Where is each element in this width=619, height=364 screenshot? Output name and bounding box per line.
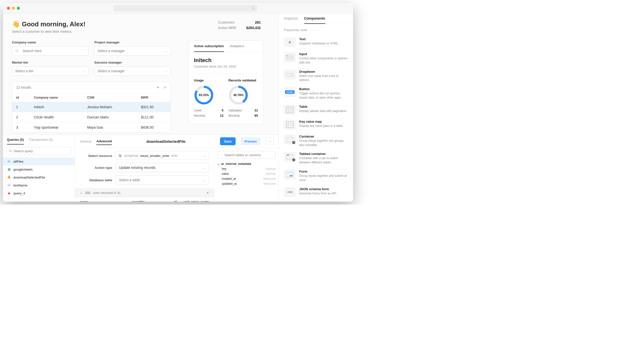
- tab-analytics[interactable]: Analytics: [230, 41, 244, 52]
- minimize-button[interactable]: [12, 7, 15, 10]
- query-item[interactable]: ▦googlesheets: [3, 165, 75, 173]
- firebase-icon: 🔥: [7, 175, 11, 179]
- query-item[interactable]: ⛁testName: [3, 181, 75, 189]
- records-donut: 40.78%: [228, 85, 248, 105]
- query-item[interactable]: ◆query_4: [3, 189, 75, 197]
- th-mrr[interactable]: MRR: [137, 93, 171, 102]
- schema-column[interactable]: keyvarchar: [217, 166, 276, 171]
- schema-column[interactable]: valuevarchar: [217, 171, 276, 176]
- check-icon: ✓: [80, 191, 83, 195]
- tab-transformers[interactable]: Transformers (5): [29, 138, 53, 145]
- component-tabbed-container[interactable]: +Tabbed containerContainer with a tab to…: [284, 149, 348, 167]
- action-select[interactable]: Update existing records⌄: [116, 163, 209, 172]
- greeting: 👋Good morning, Alex! Select a customer t…: [12, 20, 85, 34]
- sm-select[interactable]: Select a manager⌄: [94, 66, 171, 76]
- sm-label: Success manager: [94, 61, 171, 64]
- col-id: id: [145, 200, 177, 202]
- table-icon: [284, 105, 296, 115]
- search-icon: [252, 6, 255, 10]
- component-kv-map[interactable]: Key value mapDisplay key value pairs in …: [284, 117, 348, 132]
- query-search-input[interactable]: [6, 147, 71, 155]
- schema-table[interactable]: ⌄ar_internal_metadata: [217, 161, 276, 166]
- detail-card: Active subscription Analytics Initech Cu…: [189, 40, 263, 124]
- customer-name: Initech: [194, 57, 258, 64]
- mrr-label: Active MRR: [218, 26, 236, 30]
- chevron-down-icon: ⌄: [165, 49, 168, 53]
- tab-active-subscription[interactable]: Active subscription: [194, 41, 224, 52]
- button-icon: Action: [284, 87, 296, 97]
- table-row[interactable]: 3Yogi sportswearMaya Gao$438.50: [12, 122, 171, 133]
- pm-select[interactable]: Select a manager⌄: [94, 46, 171, 56]
- maximize-button[interactable]: [17, 7, 20, 10]
- close-button[interactable]: [7, 7, 10, 10]
- tab-advanced[interactable]: Advanced: [96, 138, 112, 145]
- section-label: Frequently used: [284, 28, 348, 32]
- component-button[interactable]: ActionButtonTrigger actions like run que…: [284, 85, 348, 102]
- more-button[interactable]: ⋯: [266, 137, 274, 145]
- dropdown-icon: ⌄: [284, 70, 296, 80]
- th-company[interactable]: Company name: [30, 93, 83, 102]
- component-text[interactable]: ATextSupports markdown or HTML.: [284, 35, 348, 50]
- query-sidebar: Queries (5) Transformers (5) ⛁allFiles ▦…: [3, 135, 75, 202]
- component-json-form[interactable]: JSONJSON schema formGenerate forms from …: [284, 185, 348, 200]
- tier-label: Market tier: [12, 61, 88, 64]
- preview-button[interactable]: Preview: [241, 137, 261, 145]
- query-title: downloadSelectedFile: [117, 139, 215, 144]
- usage-title: Usage: [194, 78, 223, 82]
- th-csm[interactable]: CSM: [83, 93, 137, 102]
- col-unit-price: unit_price_cents: [177, 200, 209, 202]
- resource-label: Select resource: [80, 154, 112, 158]
- sheets-icon: ▦: [7, 167, 11, 171]
- dbtable-select[interactable]: Select a table⌄: [116, 175, 209, 185]
- query-item[interactable]: ⛁allFiles: [3, 157, 75, 165]
- results-count: 12 results: [16, 85, 31, 89]
- schema-column[interactable]: created_attimezone: [217, 176, 276, 181]
- schema-search-input[interactable]: [217, 151, 276, 159]
- schema-column[interactable]: updated_attimezone: [217, 181, 276, 186]
- customers-label: Customers: [218, 20, 235, 24]
- filter-icon[interactable]: ▼: [156, 85, 160, 89]
- customers-value: 281: [255, 20, 261, 24]
- wave-icon: 👋: [12, 20, 20, 28]
- text-icon: A: [284, 37, 296, 47]
- table-row[interactable]: 1InitechJessica Mohaim$321.50: [12, 102, 171, 112]
- tab-inspector[interactable]: Inspector: [284, 16, 298, 24]
- input-icon: I: [284, 52, 296, 62]
- json-icon: JSON: [284, 187, 296, 197]
- save-button[interactable]: Save: [220, 137, 235, 145]
- url-bar[interactable]: [113, 5, 257, 11]
- th-id[interactable]: id: [12, 93, 30, 102]
- company-search-input[interactable]: Search here: [12, 46, 88, 56]
- table-row[interactable]: 2Circle HealthDuncan Idaho$111.00: [12, 112, 171, 122]
- component-form[interactable]: FormGroup inputs together and submit at …: [284, 167, 348, 185]
- col-name: name: [80, 200, 112, 202]
- tab-queries[interactable]: Queries (5): [7, 138, 24, 145]
- usage-donut: 83.33%: [194, 85, 214, 105]
- pm-label: Project manager: [94, 40, 171, 44]
- search-icon: [15, 49, 19, 53]
- component-container[interactable]: +ContainerGroup things together into gro…: [284, 132, 348, 150]
- query-item[interactable]: 🔥downloadSelectedFile: [3, 173, 75, 181]
- close-icon[interactable]: ✕: [206, 191, 209, 195]
- chevron-down-icon: ⌄: [204, 154, 206, 158]
- customer-table: 12 results ▼ ⟳ id Company nam: [12, 82, 171, 133]
- refresh-icon[interactable]: ⟳: [164, 85, 167, 89]
- component-dropdown[interactable]: ⌄DropdownSelect one value from a list of…: [284, 67, 348, 85]
- component-input[interactable]: IInputControl other components or querie…: [284, 50, 348, 67]
- mrr-value: $284,432: [246, 26, 261, 30]
- tab-general[interactable]: General: [80, 138, 91, 145]
- kv-icon: [284, 120, 296, 130]
- component-table[interactable]: TableDisplay tabular data with paginatio…: [284, 102, 348, 117]
- chevron-down-icon: ⌄: [217, 162, 220, 166]
- resource-select[interactable]: 🐘 postgresql retool_emailer_write write …: [116, 151, 209, 160]
- col-quantity: quantity: [112, 200, 145, 202]
- right-panel: Inspector Components Frequently used ATe…: [279, 13, 353, 202]
- tabbed-container-icon: +: [284, 152, 296, 162]
- dbtable-label: Database table: [80, 178, 112, 182]
- query-result-toast: ✓ 231 rows returned in 3s ✕: [75, 188, 214, 197]
- database-icon: ⛁: [7, 183, 11, 187]
- tier-select[interactable]: Select a tier⌄: [12, 66, 88, 76]
- chevron-down-icon: ⌄: [203, 166, 206, 170]
- form-icon: [284, 170, 296, 180]
- tab-components[interactable]: Components: [304, 16, 326, 24]
